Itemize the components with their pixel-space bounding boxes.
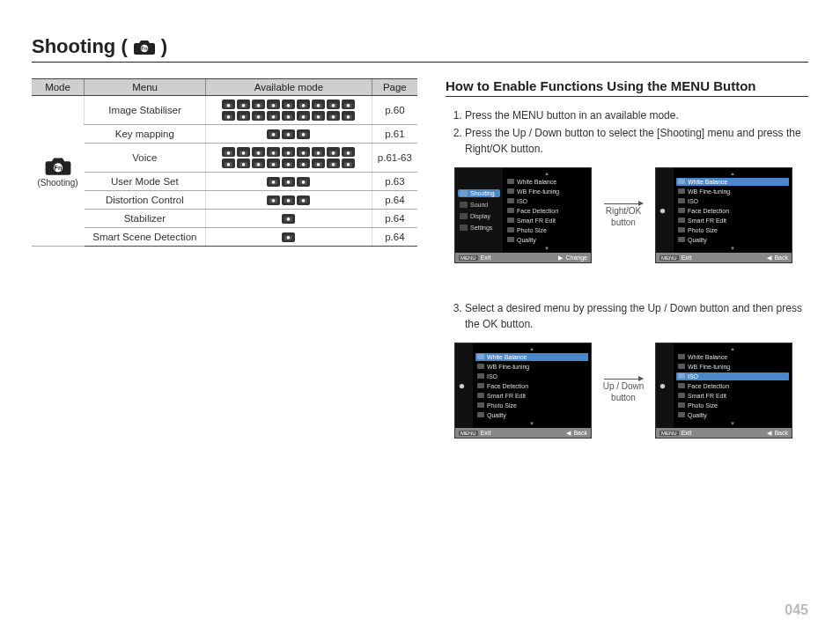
mode-icon: [327, 100, 340, 109]
camera-fn-icon: Fn: [35, 155, 80, 178]
mode-icon: [342, 111, 355, 121]
lcd-menu-label: Photo Size: [487, 402, 517, 409]
lcd-menu-label: ISO: [487, 373, 497, 380]
lcd-menu-label: Quality: [517, 237, 536, 243]
menu-button-icon: MENU: [659, 431, 679, 436]
mode-label: (Shooting): [35, 178, 80, 188]
chevron-up-icon: ▲: [505, 171, 588, 176]
lcd-menu-item: White Balance: [676, 353, 789, 361]
mode-icon: [297, 129, 310, 139]
menu-item-icon: [477, 393, 484, 398]
table-row: Voicep.61-63: [32, 144, 417, 173]
svg-rect-122: [477, 393, 484, 398]
menu-item-icon: [507, 198, 514, 203]
svg-point-93: [302, 199, 306, 203]
lcd-sidebar-label: Shooting: [470, 190, 495, 196]
lcd-menu-label: ISO: [688, 373, 698, 380]
svg-rect-129: [678, 383, 685, 388]
lcd-right-action: ◀ Back: [767, 430, 788, 436]
svg-point-61: [332, 151, 335, 155]
menu-cell: User Mode Set: [85, 173, 206, 191]
svg-rect-99: [460, 202, 468, 208]
lcd-menu-item: Face Detection: [676, 207, 789, 215]
mode-icon: [267, 100, 280, 109]
mode-icon: [312, 147, 325, 157]
available-mode-cell: [206, 96, 372, 125]
svg-point-71: [272, 163, 276, 166]
lcd-menu-item: Face Detection: [676, 382, 789, 390]
th-available: Available mode: [206, 79, 372, 96]
section-heading: How to Enable Functions Using the MENU B…: [446, 78, 808, 97]
svg-point-51: [257, 151, 261, 155]
menu-item-icon: [507, 227, 514, 232]
menu-item-icon: [678, 393, 685, 398]
mode-icon: [282, 177, 295, 187]
lcd-sidebar-item: Sound: [458, 201, 500, 209]
menu-button-icon: MENU: [659, 255, 679, 261]
svg-text:Fn: Fn: [141, 46, 148, 51]
lcd-menu-list: ▲White BalanceWB Fine-tuningISOFace Dete…: [674, 168, 792, 253]
arrow-up-down: Up / Down button: [599, 379, 648, 402]
menu-cell: Stabilizer: [85, 210, 206, 228]
lcd-menu-label: WB Fine-tuning: [517, 188, 559, 195]
available-mode-cell: [206, 210, 372, 228]
menu-button-icon: MENU: [459, 255, 478, 261]
svg-point-15: [302, 104, 306, 107]
nav-arrow-icon: ▶: [558, 254, 563, 261]
title-prefix: Shooting (: [32, 35, 128, 58]
arrow1-label1: Right/OK: [606, 206, 642, 216]
svg-point-91: [287, 199, 291, 203]
lcd-footer: MENU Exit▶ Change: [455, 253, 591, 262]
lcd-menu-label: Photo Size: [688, 227, 718, 233]
mode-icon: [297, 111, 310, 121]
svg-rect-98: [460, 190, 468, 196]
lcd-menu-label: Photo Size: [688, 402, 718, 409]
svg-point-35: [317, 115, 321, 119]
table-row: User Mode Setp.63: [32, 173, 417, 191]
svg-point-29: [272, 115, 276, 119]
lcd-menu-label: WB Fine-tuning: [487, 364, 529, 370]
mode-icon: [312, 158, 325, 168]
mode-icon: [282, 232, 295, 242]
menu-item-icon: [507, 217, 514, 223]
svg-point-37: [332, 115, 335, 119]
lcd-menu-label: WB Fine-tuning: [688, 364, 730, 370]
svg-rect-103: [507, 188, 514, 194]
mode-icon: [282, 129, 295, 139]
lcd-footer: MENU Exit◀ Back: [656, 428, 792, 438]
lcd-menu-label: Smart FR Edit: [517, 217, 556, 224]
screens-row-1: ShootingSoundDisplaySettings▲White Balan…: [454, 167, 808, 263]
lcd-menu-list: ▲White BalanceWB Fine-tuningISOFace Dete…: [503, 168, 591, 253]
lcd-sidebar-collapsed: [455, 343, 473, 428]
mode-icon: [267, 147, 280, 157]
mode-icon: [282, 195, 295, 205]
svg-rect-108: [507, 237, 514, 242]
svg-rect-110: [678, 179, 685, 184]
table-row: Stabilizerp.64: [32, 210, 417, 228]
lcd-exit: MENU Exit: [659, 430, 691, 436]
svg-rect-123: [477, 402, 484, 408]
lcd-menu-label: Smart FR Edit: [688, 217, 726, 224]
lcd-menu-label: White Balance: [688, 179, 727, 185]
menu-category-icon: [460, 225, 468, 231]
menu-item-icon: [678, 198, 685, 203]
lcd-menu-label: ISO: [688, 198, 698, 204]
th-page: Page: [372, 79, 417, 96]
step-3: Select a desired menu by pressing the Up…: [465, 300, 808, 332]
svg-rect-128: [678, 373, 685, 379]
svg-rect-112: [678, 198, 685, 203]
lcd-menu-item: Quality: [505, 236, 588, 244]
svg-point-97: [287, 236, 291, 240]
svg-rect-102: [507, 179, 514, 184]
svg-point-75: [302, 163, 306, 166]
mode-icon: [237, 158, 250, 168]
lcd-exit: MENU Exit: [659, 254, 691, 261]
svg-point-83: [272, 181, 276, 184]
lcd-sidebar-label: Sound: [470, 202, 488, 208]
lcd-menu-item: Smart FR Edit: [676, 392, 789, 400]
mode-icon: [282, 147, 295, 157]
svg-point-49: [242, 151, 246, 155]
arrow-icon: [604, 203, 643, 204]
lcd-menu-item: White Balance: [475, 353, 588, 361]
menu-category-icon: [460, 213, 468, 219]
